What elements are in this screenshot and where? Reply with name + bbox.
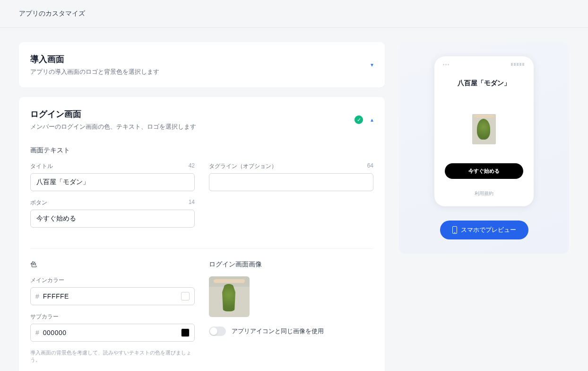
sub-color-field: サブカラー # xyxy=(30,313,195,342)
login-card-header[interactable]: ログイン画面 メンバーのログイン画面の色、テキスト、ロゴを選択します ✓ ▴ xyxy=(30,108,373,131)
login-title-group: ログイン画面 メンバーのログイン画面の色、テキスト、ロゴを選択します xyxy=(30,108,355,131)
sub-color-swatch[interactable] xyxy=(181,328,190,337)
title-input[interactable] xyxy=(30,173,195,191)
login-subtitle: メンバーのログイン画面の色、テキスト、ロゴを選択します xyxy=(30,123,355,131)
mobile-preview-button[interactable]: スマホでプレビュー xyxy=(440,221,528,239)
intro-subtitle: アプリの導入画面のロゴと背景色を選択します xyxy=(30,68,371,76)
left-panel: 導入画面 アプリの導入画面のロゴと背景色を選択します ▾ ログイン画面 メンバー… xyxy=(19,42,385,371)
login-image-thumbnail[interactable] xyxy=(209,276,250,317)
same-icon-toggle[interactable] xyxy=(209,327,226,336)
intro-title: 導入画面 xyxy=(30,53,371,65)
phone-icon xyxy=(452,226,457,234)
button-field: ボタン 14 xyxy=(30,199,195,228)
main-color-field: メインカラー # xyxy=(30,276,195,305)
phone-hero-image xyxy=(472,114,496,144)
phone-statusbar xyxy=(441,63,527,66)
button-input[interactable] xyxy=(30,210,195,228)
sub-color-input[interactable] xyxy=(43,324,177,341)
button-count: 14 xyxy=(189,199,195,207)
image-heading: ログイン画面画像 xyxy=(209,260,373,269)
page-title: アプリのカスタマイズ xyxy=(19,9,569,18)
main-color-label: メインカラー xyxy=(30,276,64,284)
color-helper-text: 導入画面の背景色を考慮して、読みやすいテキストの色を選びましょう。 xyxy=(30,349,195,363)
chevron-up-icon[interactable]: ▴ xyxy=(371,116,373,123)
tagline-input[interactable] xyxy=(209,173,373,191)
title-count: 42 xyxy=(189,162,195,170)
screen-text-heading: 画面テキスト xyxy=(30,146,373,155)
page-header: アプリのカスタマイズ xyxy=(0,0,588,28)
hash-icon: # xyxy=(35,329,39,336)
main-color-swatch[interactable] xyxy=(181,292,190,300)
tagline-count: 64 xyxy=(367,162,373,170)
login-screen-card: ログイン画面 メンバーのログイン画面の色、テキスト、ロゴを選択します ✓ ▴ 画… xyxy=(19,97,385,371)
image-column: ログイン画面画像 アプリアイコンと同じ画像を使用 xyxy=(209,260,373,363)
intro-title-group: 導入画面 アプリの導入画面のロゴと背景色を選択します xyxy=(30,53,371,76)
preview-button-label: スマホでプレビュー xyxy=(461,226,516,234)
phone-title: 八百屋「モダン」 xyxy=(441,79,527,88)
color-heading: 色 xyxy=(30,260,195,269)
intro-card-header[interactable]: 導入画面 アプリの導入画面のロゴと背景色を選択します ▾ xyxy=(30,53,373,76)
signal-icon xyxy=(443,64,449,65)
button-label: ボタン xyxy=(30,199,47,207)
phone-cta-button: 今すぐ始める xyxy=(445,163,523,179)
tagline-field: タグライン（オプション） 64 xyxy=(209,162,373,191)
same-icon-toggle-label: アプリアイコンと同じ画像を使用 xyxy=(232,327,324,336)
preview-panel: 八百屋「モダン」 今すぐ始める 利用規約 スマホでプレビュー xyxy=(399,42,569,254)
intro-screen-card: 導入画面 アプリの導入画面のロゴと背景色を選択します ▾ xyxy=(19,42,385,88)
phone-preview: 八百屋「モダン」 今すぐ始める 利用規約 xyxy=(434,56,534,206)
tagline-label: タグライン（オプション） xyxy=(209,162,277,170)
screen-text-section: 画面テキスト タイトル 42 タグライン（オプション） 64 xyxy=(30,146,373,235)
sub-color-input-wrap[interactable]: # xyxy=(30,324,195,342)
same-icon-toggle-row: アプリアイコンと同じ画像を使用 xyxy=(209,327,373,336)
color-column: 色 メインカラー # xyxy=(30,260,195,363)
color-image-section: 色 メインカラー # xyxy=(30,248,373,363)
main-color-input[interactable] xyxy=(43,288,177,305)
chevron-down-icon[interactable]: ▾ xyxy=(371,62,373,68)
phone-terms-link: 利用規約 xyxy=(441,190,527,197)
login-title: ログイン画面 xyxy=(30,108,355,120)
main-color-input-wrap[interactable]: # xyxy=(30,287,195,305)
main-container: 導入画面 アプリの導入画面のロゴと背景色を選択します ▾ ログイン画面 メンバー… xyxy=(0,28,588,371)
title-field: タイトル 42 xyxy=(30,162,195,191)
hash-icon: # xyxy=(35,292,39,300)
check-icon: ✓ xyxy=(355,115,363,124)
title-label: タイトル xyxy=(30,162,53,170)
sub-color-label: サブカラー xyxy=(30,313,59,321)
battery-icon xyxy=(511,63,525,66)
